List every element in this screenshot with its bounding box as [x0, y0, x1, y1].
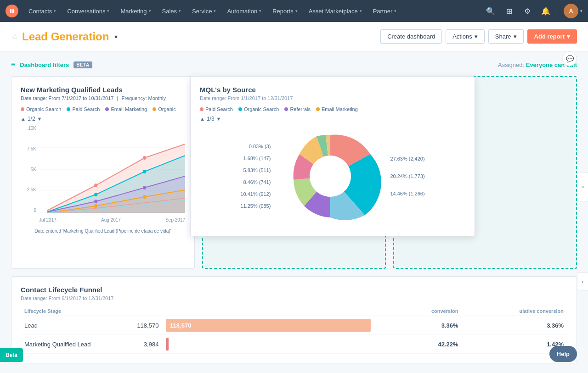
beta-badge: BETA [74, 61, 92, 68]
mql-chart-card: New Marketing Qualified Leads Date range… [11, 76, 195, 269]
create-dashboard-button[interactable]: Create dashboard [380, 29, 442, 44]
mql-legend: Organic Search Paid Search Email Marketi… [21, 106, 185, 112]
stage-lead: Lead [21, 316, 103, 335]
pie-legend-paid: Paid Search [200, 106, 233, 112]
prev-page-arrow[interactable]: ▲ [21, 116, 26, 122]
hubspot-logo[interactable] [6, 5, 18, 17]
legend-dot [153, 107, 156, 111]
top-navigation: Contacts ▾ Conversations ▾ Marketing ▾ S… [0, 0, 588, 22]
legend-dot [105, 107, 109, 111]
pie-chart-container: 0.03% (3) 1.68% (147) 5.83% (511) 8.46% … [200, 126, 465, 227]
nav-contacts[interactable]: Contacts ▾ [24, 0, 61, 22]
chevron-down-icon: ▾ [214, 9, 216, 13]
chevron-down-icon: ▾ [360, 9, 362, 13]
chevron-down-icon: ▾ [149, 9, 151, 13]
next-pie-page[interactable]: ▼ [216, 116, 221, 122]
dashboard-content: ≡ Dashboard filters BETA Assigned: Every… [0, 51, 588, 373]
nav-asset-marketplace[interactable]: Asset Marketplace ▾ [304, 0, 367, 22]
filter-label[interactable]: Dashboard filters [20, 61, 69, 68]
avatar-chevron-icon[interactable]: ▾ [580, 9, 582, 13]
nav-automation[interactable]: Automation ▾ [222, 0, 266, 22]
svg-point-13 [143, 195, 146, 199]
svg-point-8 [94, 193, 97, 196]
search-button[interactable]: 🔍 [482, 3, 499, 19]
nav-reports[interactable]: Reports ▾ [268, 0, 302, 22]
col-lifecycle: Lifecycle Stage [21, 306, 103, 316]
mql-chart-subtitle: Date range: From 7/1/2017 to 10/31/2017 … [21, 95, 185, 101]
nav-service[interactable]: Service ▾ [187, 0, 220, 22]
beta-feedback-button[interactable]: Beta [0, 348, 23, 362]
chevron-left-icon: « [581, 184, 584, 190]
favorite-star-icon[interactable]: ☆ [11, 32, 18, 42]
filter-bar: ≡ Dashboard filters BETA Assigned: Every… [11, 61, 577, 69]
funnel-subtitle: Date range: From 6/1/2017 to 12/31/2017 [21, 295, 567, 301]
chevron-down-icon: ▾ [295, 9, 298, 13]
actions-button[interactable]: Actions ▾ [446, 29, 485, 44]
nav-sales[interactable]: Sales ▾ [158, 0, 186, 22]
count-mql: 3,984 [103, 335, 162, 354]
legend-dot [67, 107, 70, 111]
user-avatar[interactable]: A [564, 4, 578, 18]
stage-mql: Marketing Qualified Lead [21, 335, 103, 354]
legend-organic: Organic [153, 106, 176, 112]
legend-dot [316, 107, 320, 111]
legend-organic-search: Organic Search [21, 106, 61, 112]
chart-area [39, 126, 185, 213]
pie-title: MQL's by Source [200, 86, 465, 94]
bar-fill-small [166, 338, 169, 351]
col-bar [162, 306, 392, 316]
page-header: ☆ Lead Generation ▾ Create dashboard Act… [0, 22, 588, 51]
x-axis-label: Date entered 'Marketing Qualified Lead (… [21, 228, 185, 234]
chevron-down-icon: ▾ [107, 9, 109, 13]
legend-dot [21, 107, 24, 111]
chevron-right-icon: › [582, 278, 583, 285]
next-page-arrow[interactable]: ▼ [37, 116, 42, 122]
help-button[interactable]: Help [549, 346, 577, 362]
header-left: ☆ Lead Generation ▾ [11, 30, 380, 43]
pie-labels-right: 27.63% (2,420) 20.24% (1,773) 14.46% (1,… [390, 156, 424, 196]
chevron-down-icon: ▾ [54, 9, 56, 13]
chevron-down-icon: ▾ [567, 33, 570, 40]
pie-svg [280, 126, 381, 227]
title-dropdown-icon[interactable]: ▾ [114, 33, 118, 40]
svg-point-10 [94, 200, 97, 203]
svg-point-9 [143, 170, 146, 173]
mql-page-nav: ▲ 1/2 ▼ [21, 116, 185, 122]
funnel-title: Contact Lifecycle Funnel [21, 286, 567, 294]
mql-chart-title: New Marketing Qualified Leads [21, 86, 185, 94]
notifications-icon[interactable]: 🔔 [537, 3, 554, 19]
legend-paid-search: Paid Search [67, 106, 100, 112]
col-cumulative: ulative conversion [462, 306, 567, 316]
settings-icon[interactable]: ⚙ [519, 3, 536, 19]
nav-icon-group: 🔍 ⊞ ⚙ 🔔 A ▾ [482, 3, 582, 19]
chevron-down-icon: ▾ [514, 33, 517, 40]
pie-legend: Paid Search Organic Search Referrals Ema… [200, 106, 465, 112]
sidebar-collapse-button[interactable]: « [577, 172, 588, 201]
svg-point-0 [6, 5, 18, 17]
nav-partner[interactable]: Partner ▾ [368, 0, 401, 22]
pie-subtitle: Date range: From 1/1/2017 to 12/31/2017 [200, 95, 465, 101]
next-slide-arrow[interactable]: › [577, 272, 588, 290]
svg-point-12 [94, 204, 97, 208]
cumulative-lead: 3.36% [462, 316, 567, 335]
nav-marketing[interactable]: Marketing ▾ [116, 0, 155, 22]
chevron-down-icon: ▾ [475, 33, 478, 40]
chevron-down-icon: ▾ [259, 9, 261, 13]
conversion-mql: 42.22% [392, 335, 462, 354]
header-actions: Create dashboard Actions ▾ Share ▾ Add r… [380, 29, 577, 44]
nav-conversations[interactable]: Conversations ▾ [62, 0, 114, 22]
funnel-table: Lifecycle Stage conversion ulative conve… [21, 306, 567, 354]
chart-x-axis: Jul 2017 Aug 2017 Sep 2017 [39, 213, 185, 227]
pie-legend-referrals: Referrals [284, 106, 311, 112]
add-report-button[interactable]: Add report ▾ [527, 29, 577, 44]
svg-point-11 [143, 186, 146, 189]
chevron-down-icon: ▾ [394, 9, 396, 13]
mql-line-chart: 10K 7.5K 5K 2.5K 0 [21, 126, 185, 227]
col-count [103, 306, 162, 316]
prev-pie-page[interactable]: ▲ [200, 116, 205, 122]
chat-icon-button[interactable]: 💬 [562, 51, 577, 66]
marketplace-icon[interactable]: ⊞ [501, 3, 517, 19]
share-button[interactable]: Share ▾ [488, 29, 524, 44]
svg-point-6 [94, 184, 97, 187]
table-row: Marketing Qualified Lead 3,984 42.22% 1.… [21, 335, 567, 354]
